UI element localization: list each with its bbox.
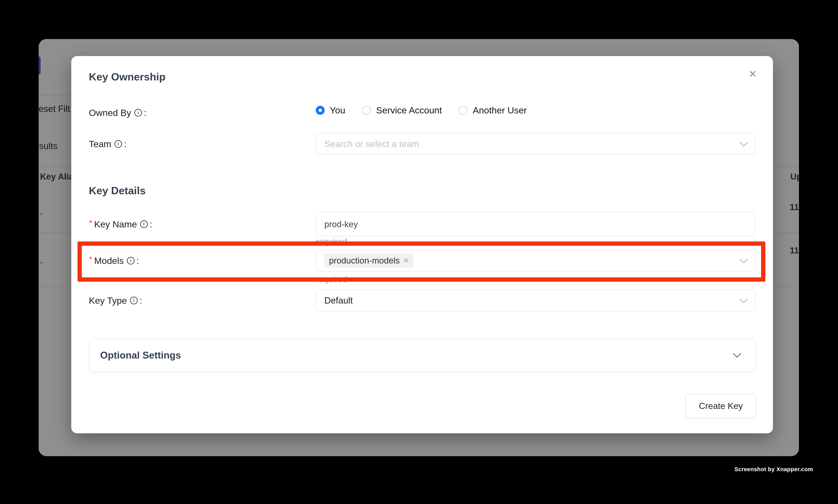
key-type-select[interactable]: Default <box>316 289 755 311</box>
label-colon: : <box>124 139 126 149</box>
team-select[interactable]: Search or select a team <box>316 133 755 155</box>
create-key-button[interactable]: Create Key <box>685 394 756 418</box>
radio-label: You <box>330 105 345 115</box>
models-multiselect[interactable]: production-models ✕ <box>316 250 755 271</box>
radio-selected-icon[interactable] <box>316 106 325 115</box>
key-name-input[interactable]: prod-key <box>316 212 755 236</box>
info-icon: i <box>114 140 122 148</box>
radio-option-another-user[interactable]: Another User <box>459 105 527 115</box>
key-type-control-cell: Default <box>316 289 755 311</box>
info-icon: i <box>134 109 142 116</box>
chevron-down-icon <box>739 295 748 303</box>
radio-label: Another User <box>473 105 527 115</box>
optional-settings-label: Optional Settings <box>100 349 181 361</box>
models-label-cell: * Models i : <box>89 255 316 266</box>
chevron-down-icon <box>739 255 748 264</box>
close-icon[interactable]: ✕ <box>745 66 761 82</box>
key-ownership-modal: Key Ownership ✕ Owned By i : You Service… <box>71 56 773 433</box>
chevron-down-icon <box>733 349 741 358</box>
key-type-label: Key Type <box>89 295 127 306</box>
label-colon: : <box>150 219 152 230</box>
chevron-down-icon <box>739 139 748 147</box>
radio-option-you[interactable]: You <box>316 105 345 115</box>
key-details-heading: Key Details <box>89 184 146 197</box>
models-validation-message: required <box>316 274 347 284</box>
radio-unselected-icon[interactable] <box>459 106 468 115</box>
required-asterisk: * <box>89 254 92 264</box>
label-colon: : <box>140 295 142 306</box>
team-label: Team <box>89 139 111 149</box>
info-icon: i <box>127 257 135 265</box>
team-row: Team i : Search or select a team <box>89 133 755 155</box>
key-name-value: prod-key <box>324 219 358 229</box>
key-name-row: * Key Name i : prod-key <box>89 212 755 236</box>
key-name-label-cell: * Key Name i : <box>89 219 316 230</box>
owned-by-control-cell: You Service Account Another User <box>316 105 755 121</box>
radio-option-service-account[interactable]: Service Account <box>362 105 442 115</box>
optional-settings-expander[interactable]: Optional Settings <box>89 339 755 372</box>
key-type-label-cell: Key Type i : <box>89 295 316 306</box>
models-row: * Models i : production-models ✕ <box>89 250 755 271</box>
models-control-cell: production-models ✕ <box>316 250 755 271</box>
app-window: eset Filt sults Key Alia Up - 11/ - 11/ … <box>39 39 799 456</box>
key-name-control-cell: prod-key <box>316 212 755 236</box>
radio-unselected-icon[interactable] <box>362 106 371 115</box>
watermark-text: Screenshot by Xnapper.com <box>734 466 813 472</box>
info-icon: i <box>130 297 138 304</box>
key-name-label: Key Name <box>94 219 137 230</box>
models-label: Models <box>94 255 124 266</box>
team-select-placeholder: Search or select a team <box>324 139 419 149</box>
team-control-cell: Search or select a team <box>316 133 755 155</box>
owned-by-label-cell: Owned By i : <box>89 107 316 118</box>
selected-model-tag: production-models ✕ <box>324 253 413 268</box>
modal-title: Key Ownership <box>89 71 165 83</box>
key-name-validation-message: required <box>316 237 347 247</box>
key-type-value: Default <box>324 295 353 306</box>
owned-by-row: Owned By i : You Service Account <box>89 105 755 121</box>
remove-tag-icon[interactable]: ✕ <box>403 257 409 265</box>
label-colon: : <box>137 255 139 266</box>
info-icon: i <box>140 220 148 228</box>
radio-label: Service Account <box>376 105 442 115</box>
owned-by-label: Owned By <box>89 107 131 118</box>
key-type-row: Key Type i : Default <box>89 289 755 311</box>
model-tag-label: production-models <box>329 256 400 266</box>
label-colon: : <box>144 107 146 118</box>
owned-by-radio-group: You Service Account Another User <box>316 105 755 115</box>
team-label-cell: Team i : <box>89 139 316 149</box>
required-asterisk: * <box>89 218 92 228</box>
